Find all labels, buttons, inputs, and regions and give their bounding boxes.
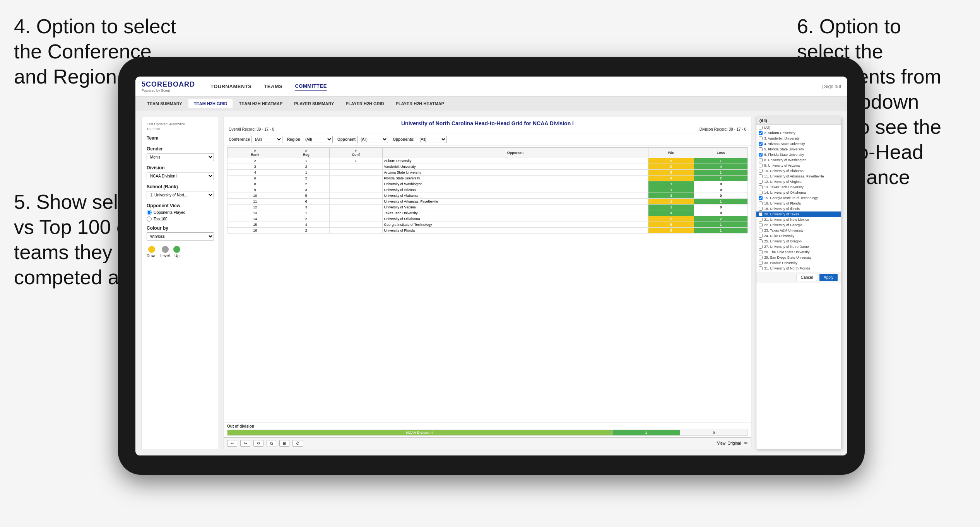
undo-btn[interactable]: ↩ (227, 440, 237, 447)
gender-select[interactable]: Men's (147, 153, 214, 161)
nav-teams[interactable]: TEAMS (264, 82, 282, 91)
cell-name: University of Oklahoma (382, 216, 648, 222)
paste-btn[interactable]: ⊞ (279, 440, 289, 447)
division-select[interactable]: NCAA Division I (147, 172, 214, 180)
dropdown-item[interactable]: 3. Vanderbilt University (756, 136, 841, 141)
nav-committee[interactable]: COMMITTEE (295, 82, 327, 91)
legend: Down Level Up (147, 246, 214, 258)
cell-name: Arizona State University (382, 170, 648, 176)
dropdown-item[interactable]: 30. Purdue University (756, 260, 841, 266)
cell-loss: 0 (694, 187, 748, 193)
cell-loss: 0 (694, 181, 748, 187)
cell-loss: 0 (694, 193, 748, 199)
cell-rank: 15 (227, 222, 283, 228)
cell-name: University of Washington (382, 181, 648, 187)
dropdown-item[interactable]: 8. University of Washington (756, 157, 841, 163)
legend-down-label: Down (147, 254, 157, 258)
nav-tournaments[interactable]: TOURNAMENTS (210, 82, 251, 91)
radio-top100[interactable]: Top 100 (147, 217, 214, 222)
cell-conf (330, 216, 383, 222)
cell-conf (330, 222, 383, 228)
cell-rank: 16 (227, 228, 283, 234)
cell-conf (330, 199, 383, 205)
cell-win: 2 (648, 158, 694, 164)
dropdown-item[interactable]: 23. Texas A&M University (756, 228, 841, 233)
dropdown-item[interactable]: 27. University of Notre Dame (756, 244, 841, 249)
opponent-select[interactable]: (All) (357, 136, 388, 143)
table-header-row: #Rank #Reg #Conf Opponent Win Loss (227, 148, 748, 158)
subnav-player-h2h-heatmap[interactable]: PLAYER H2H HEATMAP (390, 99, 450, 108)
cell-rank: 6 (227, 176, 283, 181)
clock-btn[interactable]: ⏱ (292, 440, 303, 447)
table-row: 12 3 University of Virginia 1 0 (227, 205, 748, 210)
cell-rank: 8 (227, 181, 283, 187)
redo-btn[interactable]: ↪ (240, 440, 250, 447)
dropdown-item[interactable]: 20. University of Texas (756, 211, 841, 217)
dropdown-item[interactable]: 13. Texas Tech University (756, 184, 841, 190)
conference-filter-label: Conference (229, 137, 250, 142)
dropdown-item[interactable]: 15. Georgia Institute of Technology (756, 195, 841, 201)
report-header: University of North Carolina Head-to-Hea… (224, 117, 751, 133)
cell-loss: 2 (694, 216, 748, 222)
colour-select[interactable]: Win/loss (147, 232, 214, 240)
opponents-value-select[interactable]: (All) (416, 136, 447, 143)
subnav-player-h2h-grid[interactable]: PLAYER H2H GRID (340, 99, 389, 108)
cell-name: Auburn University (382, 158, 648, 164)
dropdown-item[interactable]: 24. Duke University (756, 233, 841, 239)
dropdown-item[interactable]: 10. University of Alabama (756, 168, 841, 174)
legend-up-dot (173, 246, 180, 253)
dropdown-item[interactable]: 18. University of Illinois (756, 206, 841, 211)
table-row: 2 1 1 Auburn University 2 1 (227, 158, 748, 164)
school-select[interactable]: 1. University of Nort... (147, 191, 214, 199)
cell-conf (330, 170, 383, 176)
conference-select[interactable]: (All) (251, 136, 282, 143)
dropdown-item[interactable]: 31. University of North Florida (756, 266, 841, 271)
subnav-team-summary[interactable]: TEAM SUMMARY (142, 99, 188, 108)
dropdown-item[interactable]: 5. Florida State University (756, 147, 841, 152)
dropdown-item[interactable]: 9. University of Arizona (756, 163, 841, 168)
cell-name: Florida State University (382, 176, 648, 181)
copy-btn[interactable]: ⧉ (267, 440, 276, 447)
dropdown-item[interactable]: 2. Auburn University (756, 130, 841, 136)
subnav-player-summary[interactable]: PLAYER SUMMARY (289, 99, 339, 108)
cell-loss: 1 (694, 199, 748, 205)
radio-opponents-played[interactable]: Opponents Played (147, 210, 214, 215)
subnav-team-h2h-heatmap[interactable]: TEAM H2H HEATMAP (233, 99, 288, 108)
region-select[interactable]: (All) (302, 136, 333, 143)
cell-rank: 12 (227, 205, 283, 210)
dropdown-item[interactable]: 12. University of Virginia (756, 179, 841, 184)
subnav-team-h2h-grid[interactable]: TEAM H2H GRID (188, 99, 233, 108)
apply-button[interactable]: Apply (819, 274, 838, 281)
col-loss: Loss (694, 148, 748, 158)
dropdown-item[interactable]: 16. University of Florida (756, 201, 841, 206)
dropdown-item[interactable]: (All) (756, 125, 841, 130)
main-content: University of North Carolina Head-to-Hea… (224, 117, 751, 449)
dropdown-item[interactable]: 6. Florida State University (756, 152, 841, 157)
opponents-label-group: Opponents: (All) (393, 136, 447, 143)
dropdown-item[interactable]: 4. Arizona State University (756, 141, 841, 147)
dropdown-item[interactable]: 29. San Diego State University (756, 255, 841, 260)
dropdown-item[interactable]: 25. University of Oregon (756, 239, 841, 244)
cell-name: Vanderbilt University (382, 164, 648, 170)
cell-win: 3 (648, 193, 694, 199)
cell-reg: 3 (283, 187, 329, 193)
opponents-label: Opponents: (393, 137, 414, 142)
signout[interactable]: | Sign out (822, 84, 841, 89)
dropdown-item[interactable]: 14. University of Oklahoma (756, 190, 841, 195)
out-of-division-title: Out of division (227, 424, 748, 428)
dropdown-item[interactable]: 11. University of Arkansas, Fayetteville (756, 174, 841, 179)
cell-win: 1 (648, 199, 694, 205)
col-win: Win (648, 148, 694, 158)
cell-name: Texas Tech University (382, 210, 648, 216)
cancel-button[interactable]: Cancel (797, 274, 817, 281)
dropdown-item[interactable]: 28. The Ohio State University (756, 249, 841, 255)
out-table: NCAA Division II 1 0 (227, 430, 748, 436)
refresh-btn[interactable]: ↺ (253, 440, 263, 447)
dropdown-list[interactable]: (All) 2. Auburn University 3. Vanderbilt… (756, 125, 841, 272)
dropdown-item[interactable]: 21. University of New Mexico (756, 217, 841, 222)
out-label: NCAA Division II (227, 430, 612, 436)
cell-conf (330, 176, 383, 181)
cell-conf (330, 228, 383, 234)
sidebar: Last Updated: 4/30/2024 16:55:38 Team Ge… (142, 117, 219, 449)
dropdown-item[interactable]: 22. University of Georgia (756, 222, 841, 228)
